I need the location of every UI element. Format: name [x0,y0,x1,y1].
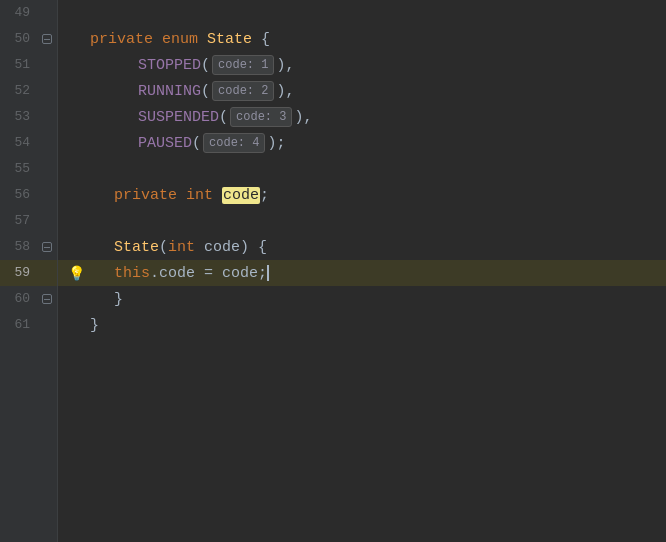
code-line-54: PAUSED ( code: 4 ); [58,130,666,156]
gutter-row-60: 60 [0,286,57,312]
line-number-57: 57 [0,208,38,234]
keyword-int-58: int [168,239,195,256]
gutter-row-59: 59 [0,260,57,286]
code-line-61: } [58,312,666,338]
paren-51: ( [201,57,210,74]
paren-52: ( [201,83,210,100]
fold-gutter-57 [38,208,56,234]
keyword-private-50: private [90,31,162,48]
fold-marker-60[interactable] [42,294,52,304]
code-line-55 [58,156,666,182]
fold-marker-50[interactable] [42,34,52,44]
gutter-row-51: 51 [0,52,57,78]
fold-gutter-51 [38,52,56,78]
line-number-54: 54 [0,130,38,156]
line-number-56: 56 [0,182,38,208]
fold-gutter-56 [38,182,56,208]
hint-code-4: code: 4 [203,133,265,153]
enum-state-name: State [207,31,261,48]
gutter-row-53: 53 [0,104,57,130]
code-area: 49 50 51 52 53 [0,0,666,542]
hint-code-3: code: 3 [230,107,292,127]
line-number-61: 61 [0,312,38,338]
code-line-57 [58,208,666,234]
enum-stopped: STOPPED [138,57,201,74]
gutter-row-56: 56 [0,182,57,208]
fold-gutter-54 [38,130,56,156]
hint-code-1: code: 1 [212,55,274,75]
enum-running: RUNNING [138,83,201,100]
param-code-58: code [204,239,240,256]
gutter-row-61: 61 [0,312,57,338]
bulb-area-59[interactable]: 💡 [66,265,86,282]
code-line-60: } [58,286,666,312]
assign-59: = [195,265,222,282]
gutter-row-58: 58 [0,234,57,260]
paren-close-51: ), [276,57,294,74]
param-code-59: code [222,265,258,282]
fold-gutter-49 [38,0,56,26]
line-number-53: 53 [0,104,38,130]
paren-54: ( [192,135,201,152]
paren-open-58: ( [159,239,168,256]
gutter-row-49: 49 [0,0,57,26]
fold-gutter-52 [38,78,56,104]
code-line-59: 💡 this . code = code ; [58,260,666,286]
semi-59: ; [258,265,267,282]
text-cursor [267,265,269,281]
line-number-51: 51 [0,52,38,78]
fold-gutter-50[interactable] [38,26,56,52]
line-number-50: 50 [0,26,38,52]
field-code-59: code [159,265,195,282]
hint-code-2: code: 2 [212,81,274,101]
gutter-row-55: 55 [0,156,57,182]
code-line-58: State ( int code ) { [58,234,666,260]
paren-close-54: ); [267,135,285,152]
line-number-59: 59 [0,260,38,286]
code-line-50: private enum State { [58,26,666,52]
brace-open-50: { [261,31,270,48]
paren-53: ( [219,109,228,126]
paren-close-53: ), [294,109,312,126]
bulb-icon[interactable]: 💡 [68,265,85,282]
code-line-53: SUSPENDED ( code: 3 ), [58,104,666,130]
line-number-49: 49 [0,0,38,26]
paren-close-52: ), [276,83,294,100]
gutter-row-57: 57 [0,208,57,234]
fold-gutter-55 [38,156,56,182]
gutter-row-50: 50 [0,26,57,52]
state-method-name: State [114,239,159,256]
code-line-49 [58,0,666,26]
enum-suspended: SUSPENDED [138,109,219,126]
keyword-enum-50: enum [162,31,207,48]
fold-gutter-58[interactable] [38,234,56,260]
code-line-52: RUNNING ( code: 2 ), [58,78,666,104]
editor: 49 50 51 52 53 [0,0,666,542]
fold-gutter-59 [38,260,56,286]
keyword-this: this [114,265,150,282]
brace-close-60: } [114,291,123,308]
fold-gutter-53 [38,104,56,130]
line-number-60: 60 [0,286,38,312]
brace-close-61: } [90,317,99,334]
enum-paused: PAUSED [138,135,192,152]
gutter-row-52: 52 [0,78,57,104]
semi-56: ; [260,187,269,204]
line-number-58: 58 [0,234,38,260]
code-line-56: private int code ; [58,182,666,208]
highlighted-code-56: code [222,187,260,204]
space-58 [195,239,204,256]
fold-marker-58[interactable] [42,242,52,252]
gutter-row-54: 54 [0,130,57,156]
line-number-52: 52 [0,78,38,104]
keyword-private-56: private [114,187,186,204]
line-gutter: 49 50 51 52 53 [0,0,58,542]
code-line-51: STOPPED ( code: 1 ), [58,52,666,78]
dot-59: . [150,265,159,282]
line-number-55: 55 [0,156,38,182]
fold-gutter-61 [38,312,56,338]
keyword-int-56: int [186,187,222,204]
code-content[interactable]: private enum State { STOPPED ( code: 1 )… [58,0,666,542]
paren-close-58: ) { [240,239,267,256]
fold-gutter-60[interactable] [38,286,56,312]
